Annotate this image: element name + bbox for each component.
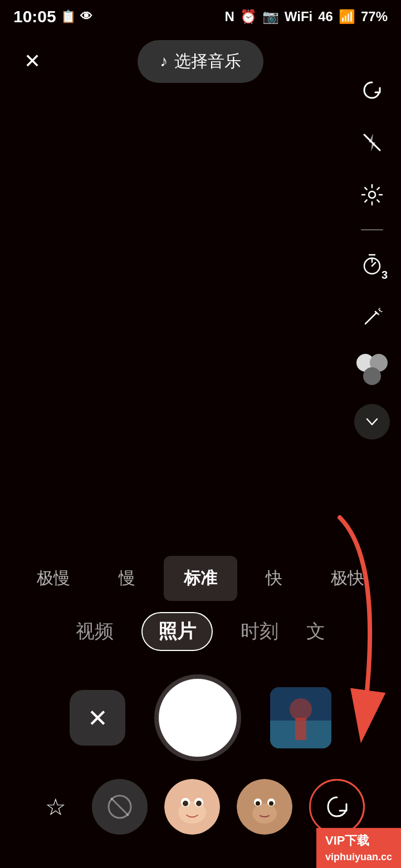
divider (361, 229, 383, 230)
expand-button[interactable] (354, 404, 390, 440)
mode-text[interactable]: 文 (306, 619, 325, 644)
status-bar: 10:05 📋 👁 N ⏰ 📷 WiFi 46 📶 77% (0, 0, 401, 33)
mode-photo[interactable]: 照片 (141, 612, 213, 651)
svg-rect-11 (295, 718, 306, 740)
filter-face2[interactable] (237, 779, 292, 835)
camera-active-icon: 📷 (262, 9, 279, 24)
svg-point-21 (252, 803, 277, 823)
settings-button[interactable] (354, 177, 390, 213)
magic-button[interactable] (354, 299, 390, 335)
timer-number: 3 (382, 269, 388, 282)
status-left: 10:05 📋 👁 (13, 7, 92, 26)
status-right: N ⏰ 📷 WiFi 46 📶 77% (224, 9, 388, 24)
color-filter-button[interactable] (354, 352, 390, 387)
svg-point-24 (256, 801, 260, 806)
right-toolbar: 3 (354, 72, 390, 440)
svg-point-19 (196, 801, 202, 806)
speed-very-fast[interactable]: 极快 (311, 556, 384, 601)
music-note-icon: ♪ (160, 52, 168, 70)
status-time: 10:05 (13, 7, 56, 26)
filter-face1[interactable] (164, 779, 220, 835)
shutter-button[interactable] (159, 679, 237, 757)
delete-button[interactable]: ✕ (70, 690, 125, 746)
mode-moment[interactable]: 时刻 (241, 619, 278, 644)
signal-icon: 46 (318, 9, 333, 24)
delete-icon: ✕ (87, 704, 108, 732)
speed-slow[interactable]: 慢 (90, 556, 164, 601)
eye-icon: 👁 (80, 9, 92, 24)
svg-point-25 (269, 801, 273, 806)
speed-normal[interactable]: 标准 (164, 556, 237, 601)
music-select-button[interactable]: ♪ 选择音乐 (138, 40, 263, 83)
svg-point-1 (369, 191, 375, 198)
speed-selector: 极慢 慢 标准 快 极快 (0, 556, 401, 601)
svg-line-4 (372, 263, 375, 266)
close-button[interactable]: ✕ (17, 46, 48, 77)
star-icon: ☆ (45, 793, 66, 821)
refresh-button[interactable] (354, 72, 390, 108)
music-label: 选择音乐 (174, 50, 241, 73)
nfc-icon: N (224, 9, 234, 24)
favorites-button[interactable]: ☆ (36, 787, 75, 826)
svg-point-10 (290, 698, 312, 721)
no-filter-button[interactable] (92, 779, 148, 835)
speed-fast[interactable]: 快 (237, 556, 311, 601)
filter-bar: ☆ (0, 779, 401, 835)
svg-point-7 (379, 310, 381, 312)
svg-point-18 (183, 801, 188, 806)
vip-watermark: VIP下载 viphuiyuan.cc (316, 828, 401, 868)
mode-selector: 视频 照片 时刻 文 (0, 612, 401, 651)
svg-line-6 (365, 313, 376, 324)
ai-filter-button[interactable] (309, 779, 365, 835)
screenshot-icon: 📋 (61, 9, 76, 24)
watermark-text: VIP下载 (325, 834, 369, 847)
capture-controls: ✕ (0, 679, 401, 757)
battery-level: 77% (361, 9, 388, 24)
gallery-thumbnail[interactable] (270, 687, 331, 748)
svg-line-13 (111, 798, 128, 815)
flash-off-button[interactable] (354, 125, 390, 160)
timer-button[interactable]: 3 (354, 247, 390, 283)
alarm-icon: ⏰ (240, 9, 257, 24)
wifi-icon: WiFi (285, 9, 312, 24)
speed-very-slow[interactable]: 极慢 (17, 556, 90, 601)
thumbnail-preview (270, 687, 331, 748)
mode-video[interactable]: 视频 (76, 619, 114, 644)
top-bar: ✕ ♪ 选择音乐 (0, 33, 401, 89)
signal-bars-icon: 📶 (339, 9, 355, 24)
watermark-url: viphuiyuan.cc (325, 851, 392, 862)
